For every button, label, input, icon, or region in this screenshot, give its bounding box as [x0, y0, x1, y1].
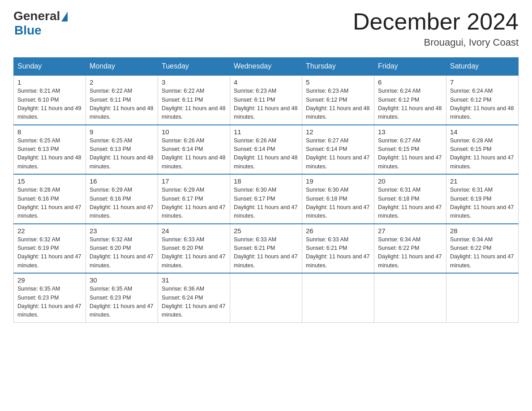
header-tuesday: Tuesday	[158, 58, 230, 76]
day-number: 13	[378, 128, 442, 136]
day-info: Sunrise: 6:32 AMSunset: 6:19 PMDaylight:…	[17, 235, 82, 270]
day-info: Sunrise: 6:21 AMSunset: 6:10 PMDaylight:…	[17, 87, 82, 122]
logo-general: General	[13, 9, 60, 23]
calendar-cell: 7 Sunrise: 6:24 AMSunset: 6:12 PMDayligh…	[446, 75, 519, 125]
calendar-cell: 17 Sunrise: 6:29 AMSunset: 6:17 PMDaylig…	[158, 174, 230, 224]
calendar-cell: 11 Sunrise: 6:26 AMSunset: 6:14 PMDaylig…	[230, 125, 302, 175]
week-row-3: 15 Sunrise: 6:28 AMSunset: 6:16 PMDaylig…	[14, 174, 519, 224]
day-info: Sunrise: 6:34 AMSunset: 6:22 PMDaylight:…	[378, 235, 442, 270]
calendar-cell: 9 Sunrise: 6:25 AMSunset: 6:13 PMDayligh…	[86, 125, 158, 175]
day-info: Sunrise: 6:23 AMSunset: 6:12 PMDaylight:…	[306, 87, 370, 122]
day-number: 26	[306, 227, 370, 235]
calendar-cell: 2 Sunrise: 6:22 AMSunset: 6:11 PMDayligh…	[86, 75, 158, 125]
calendar-cell	[446, 273, 519, 322]
day-number: 30	[90, 276, 154, 284]
day-info: Sunrise: 6:32 AMSunset: 6:20 PMDaylight:…	[90, 235, 154, 270]
month-title: December 2024	[353, 9, 519, 34]
logo-blue: Blue	[14, 23, 42, 38]
day-number: 18	[234, 177, 298, 185]
day-number: 25	[234, 227, 298, 235]
calendar-cell: 27 Sunrise: 6:34 AMSunset: 6:22 PMDaylig…	[374, 224, 446, 274]
logo: General Blue	[13, 9, 68, 38]
day-number: 19	[306, 177, 370, 185]
day-info: Sunrise: 6:30 AMSunset: 6:17 PMDaylight:…	[234, 186, 298, 221]
calendar-cell: 6 Sunrise: 6:24 AMSunset: 6:12 PMDayligh…	[374, 75, 446, 125]
calendar-cell: 22 Sunrise: 6:32 AMSunset: 6:19 PMDaylig…	[14, 224, 86, 274]
day-number: 27	[378, 227, 442, 235]
week-row-4: 22 Sunrise: 6:32 AMSunset: 6:19 PMDaylig…	[14, 224, 519, 274]
day-number: 31	[162, 276, 226, 284]
day-info: Sunrise: 6:29 AMSunset: 6:17 PMDaylight:…	[162, 186, 226, 221]
day-info: Sunrise: 6:26 AMSunset: 6:14 PMDaylight:…	[162, 137, 226, 171]
day-number: 8	[17, 128, 82, 136]
day-info: Sunrise: 6:25 AMSunset: 6:13 PMDaylight:…	[90, 137, 154, 171]
day-number: 17	[162, 177, 226, 185]
calendar-cell: 21 Sunrise: 6:31 AMSunset: 6:19 PMDaylig…	[446, 174, 519, 224]
calendar-cell: 12 Sunrise: 6:27 AMSunset: 6:14 PMDaylig…	[302, 125, 374, 175]
day-number: 10	[162, 128, 226, 136]
day-info: Sunrise: 6:33 AMSunset: 6:21 PMDaylight:…	[306, 235, 370, 270]
day-number: 1	[17, 78, 82, 86]
week-row-2: 8 Sunrise: 6:25 AMSunset: 6:13 PMDayligh…	[14, 125, 519, 175]
calendar-cell: 3 Sunrise: 6:22 AMSunset: 6:11 PMDayligh…	[158, 75, 230, 125]
day-info: Sunrise: 6:31 AMSunset: 6:18 PMDaylight:…	[378, 186, 442, 221]
day-info: Sunrise: 6:31 AMSunset: 6:19 PMDaylight:…	[450, 186, 515, 221]
day-info: Sunrise: 6:22 AMSunset: 6:11 PMDaylight:…	[162, 87, 226, 122]
day-number: 6	[378, 78, 442, 86]
day-info: Sunrise: 6:35 AMSunset: 6:23 PMDaylight:…	[17, 285, 82, 320]
day-number: 12	[306, 128, 370, 136]
calendar-cell: 18 Sunrise: 6:30 AMSunset: 6:17 PMDaylig…	[230, 174, 302, 224]
calendar-cell	[374, 273, 446, 322]
calendar-cell: 15 Sunrise: 6:28 AMSunset: 6:16 PMDaylig…	[14, 174, 86, 224]
calendar-cell: 13 Sunrise: 6:27 AMSunset: 6:15 PMDaylig…	[374, 125, 446, 175]
logo-triangle-icon	[61, 12, 68, 21]
day-info: Sunrise: 6:25 AMSunset: 6:13 PMDaylight:…	[17, 137, 82, 171]
day-info: Sunrise: 6:24 AMSunset: 6:12 PMDaylight:…	[378, 87, 442, 122]
title-section: December 2024 Brouagui, Ivory Coast	[353, 9, 519, 48]
week-row-5: 29 Sunrise: 6:35 AMSunset: 6:23 PMDaylig…	[14, 273, 519, 322]
day-info: Sunrise: 6:34 AMSunset: 6:22 PMDaylight:…	[450, 235, 515, 270]
day-number: 14	[450, 128, 515, 136]
day-number: 28	[450, 227, 515, 235]
calendar-cell: 25 Sunrise: 6:33 AMSunset: 6:21 PMDaylig…	[230, 224, 302, 274]
day-info: Sunrise: 6:33 AMSunset: 6:21 PMDaylight:…	[234, 235, 298, 270]
calendar-cell: 31 Sunrise: 6:36 AMSunset: 6:24 PMDaylig…	[158, 273, 230, 322]
day-number: 3	[162, 78, 226, 86]
day-number: 5	[306, 78, 370, 86]
header-saturday: Saturday	[446, 58, 519, 76]
day-info: Sunrise: 6:26 AMSunset: 6:14 PMDaylight:…	[234, 137, 298, 171]
calendar-cell: 29 Sunrise: 6:35 AMSunset: 6:23 PMDaylig…	[14, 273, 86, 322]
day-number: 9	[90, 128, 154, 136]
day-number: 2	[90, 78, 154, 86]
day-number: 21	[450, 177, 515, 185]
day-number: 16	[90, 177, 154, 185]
calendar-cell: 1 Sunrise: 6:21 AMSunset: 6:10 PMDayligh…	[14, 75, 86, 125]
day-info: Sunrise: 6:24 AMSunset: 6:12 PMDaylight:…	[450, 87, 515, 122]
calendar-cell: 16 Sunrise: 6:29 AMSunset: 6:16 PMDaylig…	[86, 174, 158, 224]
calendar-cell: 4 Sunrise: 6:23 AMSunset: 6:11 PMDayligh…	[230, 75, 302, 125]
calendar-cell: 30 Sunrise: 6:35 AMSunset: 6:23 PMDaylig…	[86, 273, 158, 322]
day-info: Sunrise: 6:36 AMSunset: 6:24 PMDaylight:…	[162, 285, 226, 320]
header-monday: Monday	[86, 58, 158, 76]
day-number: 24	[162, 227, 226, 235]
calendar-cell: 14 Sunrise: 6:28 AMSunset: 6:15 PMDaylig…	[446, 125, 519, 175]
day-info: Sunrise: 6:28 AMSunset: 6:16 PMDaylight:…	[17, 186, 82, 221]
header-friday: Friday	[374, 58, 446, 76]
day-info: Sunrise: 6:35 AMSunset: 6:23 PMDaylight:…	[90, 285, 154, 320]
day-info: Sunrise: 6:23 AMSunset: 6:11 PMDaylight:…	[234, 87, 298, 122]
calendar-cell: 5 Sunrise: 6:23 AMSunset: 6:12 PMDayligh…	[302, 75, 374, 125]
header-thursday: Thursday	[302, 58, 374, 76]
calendar-header-row: SundayMondayTuesdayWednesdayThursdayFrid…	[14, 58, 519, 76]
day-info: Sunrise: 6:30 AMSunset: 6:18 PMDaylight:…	[306, 186, 370, 221]
day-info: Sunrise: 6:22 AMSunset: 6:11 PMDaylight:…	[90, 87, 154, 122]
calendar-cell	[230, 273, 302, 322]
calendar-cell: 20 Sunrise: 6:31 AMSunset: 6:18 PMDaylig…	[374, 174, 446, 224]
calendar-cell: 8 Sunrise: 6:25 AMSunset: 6:13 PMDayligh…	[14, 125, 86, 175]
day-number: 4	[234, 78, 298, 86]
week-row-1: 1 Sunrise: 6:21 AMSunset: 6:10 PMDayligh…	[14, 75, 519, 125]
day-info: Sunrise: 6:33 AMSunset: 6:20 PMDaylight:…	[162, 235, 226, 270]
location-title: Brouagui, Ivory Coast	[353, 37, 519, 48]
day-number: 15	[17, 177, 82, 185]
calendar-cell: 19 Sunrise: 6:30 AMSunset: 6:18 PMDaylig…	[302, 174, 374, 224]
day-number: 7	[450, 78, 515, 86]
